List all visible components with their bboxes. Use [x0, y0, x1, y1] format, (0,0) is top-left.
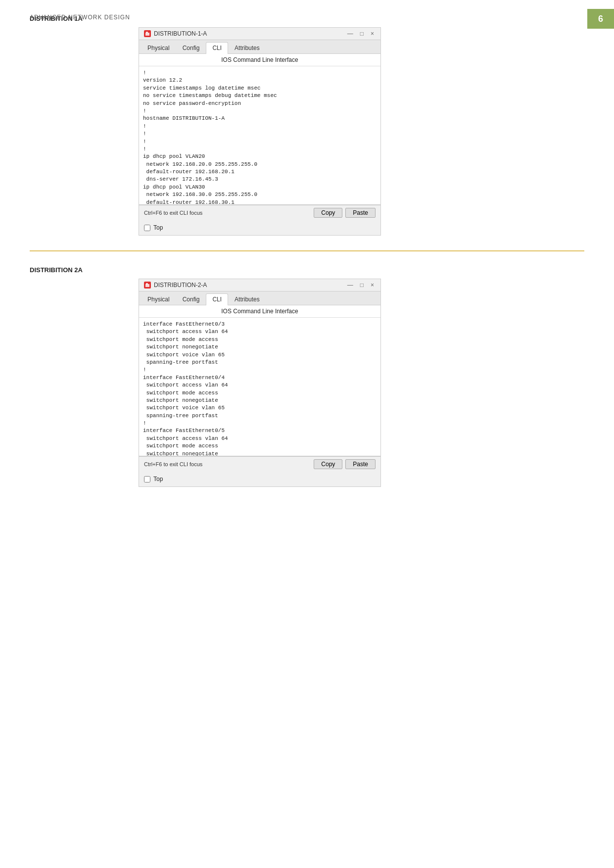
svg-rect-3 — [146, 283, 148, 285]
window-controls-1[interactable]: — □ × — [346, 30, 376, 37]
window-title-text-2: DISTRIBUTION-2-A — [154, 282, 207, 289]
paste-button-2[interactable]: Paste — [345, 459, 376, 469]
minimize-button-2[interactable]: — — [346, 282, 355, 289]
cli-area-2[interactable]: interface FastEthernet0/3 switchport acc… — [139, 318, 380, 456]
titlebar-2: DISTRIBUTION-2-A — □ × — [139, 279, 380, 291]
section-title-2: DISTRIBITION 2A — [30, 266, 584, 274]
window-title-left-1: DISTRIBUTION-1-A — [144, 30, 207, 37]
tab-physical-1[interactable]: Physical — [141, 42, 176, 53]
svg-rect-1 — [146, 32, 148, 33]
top-checkbox-row-1: Top — [139, 220, 380, 235]
tab-cli-1[interactable]: CLI — [206, 42, 228, 54]
ios-label-1: IOS Command Line Interface — [139, 54, 380, 66]
maximize-button-2[interactable]: □ — [359, 282, 365, 289]
window-title-text-1: DISTRIBUTION-1-A — [154, 30, 207, 37]
cli-area-1[interactable]: ! version 12.2 service timestamps log da… — [139, 66, 380, 205]
top-label-2: Top — [153, 476, 163, 482]
top-label-1: Top — [153, 224, 163, 231]
window-distribution-1a: DISTRIBUTION-1-A — □ × Physical Config C… — [139, 27, 381, 236]
top-checkbox-row-2: Top — [139, 472, 380, 486]
copy-button-2[interactable]: Copy — [314, 459, 342, 469]
tab-cli-2[interactable]: CLI — [206, 293, 228, 305]
tabs-bar-1: Physical Config CLI Attributes — [139, 40, 380, 54]
section-distribition-2a: DISTRIBITION 2A DISTRIBUTION-2-A — □ × — [0, 251, 614, 502]
window-icon-2 — [144, 282, 151, 289]
tab-attributes-2[interactable]: Attributes — [228, 293, 266, 305]
section-distribition-1a: DISTRIBITION 1A DISTRIBUTION-1-A — □ × — [0, 0, 614, 250]
page-header: ADVANCED NETWORK DESIGN — [30, 14, 130, 21]
tab-config-1[interactable]: Config — [176, 42, 206, 53]
page-number: 6 — [587, 9, 614, 29]
tab-config-2[interactable]: Config — [176, 293, 206, 305]
copy-button-1[interactable]: Copy — [314, 208, 342, 218]
tab-physical-2[interactable]: Physical — [141, 293, 176, 305]
cli-hint-2: Ctrl+F6 to exit CLI focus — [144, 461, 202, 467]
close-button-2[interactable]: × — [369, 282, 376, 289]
top-checkbox-2[interactable] — [144, 476, 150, 482]
cli-bottom-1: Ctrl+F6 to exit CLI focus Copy Paste — [139, 205, 380, 220]
ios-label-2: IOS Command Line Interface — [139, 305, 380, 318]
top-checkbox-1[interactable] — [144, 225, 150, 231]
cli-hint-1: Ctrl+F6 to exit CLI focus — [144, 210, 202, 216]
cli-buttons-2: Copy Paste — [314, 459, 376, 469]
titlebar-1: DISTRIBUTION-1-A — □ × — [139, 28, 380, 40]
maximize-button-1[interactable]: □ — [359, 30, 365, 37]
tab-attributes-1[interactable]: Attributes — [228, 42, 266, 53]
window-controls-2[interactable]: — □ × — [346, 282, 376, 289]
paste-button-1[interactable]: Paste — [345, 208, 376, 218]
window-title-left-2: DISTRIBUTION-2-A — [144, 282, 207, 289]
cli-bottom-2: Ctrl+F6 to exit CLI focus Copy Paste — [139, 456, 380, 472]
window-distribution-2a: DISTRIBUTION-2-A — □ × Physical Config C… — [139, 279, 381, 487]
minimize-button-1[interactable]: — — [346, 30, 355, 37]
close-button-1[interactable]: × — [369, 30, 376, 37]
tabs-bar-2: Physical Config CLI Attributes — [139, 291, 380, 305]
window-icon-1 — [144, 30, 151, 37]
cli-buttons-1: Copy Paste — [314, 208, 376, 218]
